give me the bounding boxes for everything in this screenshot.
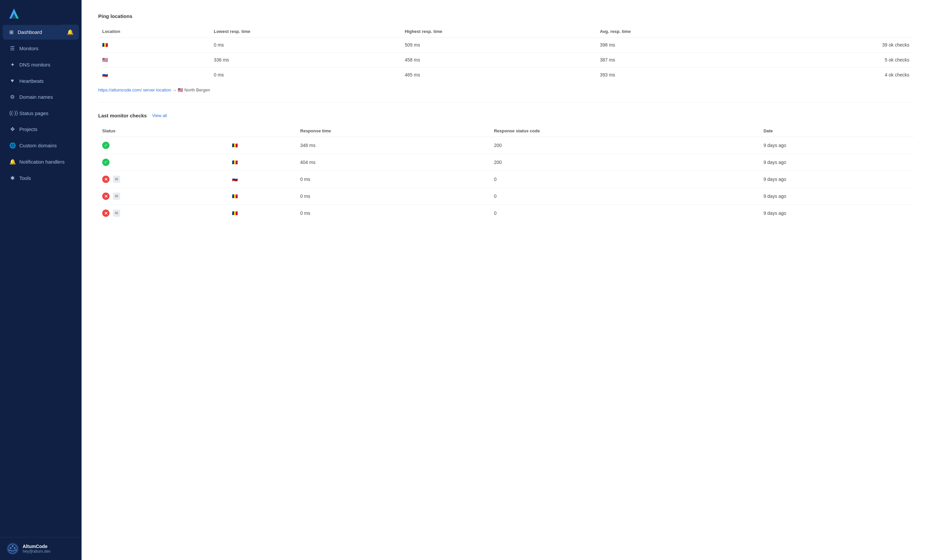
- bell-icon: 🔔: [9, 159, 15, 165]
- status-pages-label: Status pages: [19, 110, 49, 116]
- app-logo: [7, 6, 21, 21]
- ping-flag: 🇺🇸: [98, 52, 210, 68]
- check-status-code: 0: [490, 205, 759, 222]
- projects-label: Projects: [19, 126, 37, 132]
- view-all-link[interactable]: View all: [152, 113, 167, 118]
- check-status-code: 0: [490, 188, 759, 205]
- domain-names-label: Domain names: [19, 94, 53, 100]
- status-ok-icon: ✓: [102, 142, 109, 149]
- check-resp-time: 0 ms: [296, 205, 490, 222]
- sidebar-item-dashboard[interactable]: ⊞ Dashboard: [3, 25, 62, 40]
- check-status: ✕ ✉: [98, 188, 228, 205]
- ping-locations-table-wrapper: Location Lowest resp. time Highest resp.…: [98, 26, 913, 82]
- server-location-arrow: →: [172, 87, 178, 92]
- notification-bell-button[interactable]: 🔔: [62, 25, 79, 40]
- ping-flag: 🇷🇴: [98, 38, 210, 52]
- user-email: hey@altum.dev: [23, 549, 51, 554]
- ping-avg: 393 ms: [596, 68, 762, 83]
- check-row: ✓ 🇷🇴 404 ms 200 9 days ago: [98, 154, 913, 171]
- dns-icon: ✦: [9, 61, 15, 68]
- tools-label: Tools: [19, 175, 31, 181]
- sidebar-item-domain-names[interactable]: ⚙ Domain names: [3, 89, 79, 104]
- server-location-note: https://altumcode.com/ server location →…: [98, 87, 913, 92]
- dns-monitors-label: DNS monitors: [19, 62, 50, 68]
- globe-icon: 🌐: [9, 142, 15, 149]
- svg-point-7: [14, 547, 15, 549]
- sidebar-item-custom-domains[interactable]: 🌐 Custom domains: [3, 138, 79, 153]
- ping-checks: 5 ok checks: [762, 52, 913, 68]
- user-name: AltumCode: [23, 544, 51, 549]
- last-checks-section: Last monitor checks View all Status Resp…: [98, 113, 913, 221]
- check-resp-time: 0 ms: [296, 171, 490, 188]
- sidebar-item-tools[interactable]: ✱ Tools: [3, 170, 79, 186]
- check-status-code: 0: [490, 171, 759, 188]
- check-row: ✕ ✉ 🇷🇴 0 ms 0 9 days ago: [98, 205, 913, 222]
- check-status: ✕ ✉: [98, 205, 228, 222]
- ping-avg: 387 ms: [596, 52, 762, 68]
- check-status: ✓: [98, 137, 228, 154]
- projects-icon: ✥: [9, 126, 15, 132]
- sidebar-item-dns-monitors[interactable]: ✦ DNS monitors: [3, 57, 79, 72]
- check-flag: 🇷🇴: [228, 188, 296, 205]
- check-flag: 🇷🇺: [228, 171, 296, 188]
- check-date: 9 days ago: [759, 137, 913, 154]
- ping-lowest: 0 ms: [210, 68, 401, 83]
- check-status: ✕ ✉: [98, 171, 228, 188]
- notification-sent-icon: ✉: [113, 176, 120, 183]
- svg-point-9: [9, 550, 10, 551]
- user-details: AltumCode hey@altum.dev: [23, 544, 51, 554]
- svg-point-10: [15, 550, 17, 551]
- status-err-icon: ✕: [102, 210, 109, 217]
- col-avg-resp: Avg. resp. time: [596, 26, 762, 38]
- ping-lowest: 0 ms: [210, 38, 401, 52]
- sidebar-item-notification-handlers[interactable]: 🔔 Notification handlers: [3, 154, 79, 169]
- sidebar-item-projects[interactable]: ✥ Projects: [3, 122, 79, 137]
- col-date: Date: [759, 125, 913, 137]
- tools-icon: ✱: [9, 175, 15, 181]
- main-content: Ping locations Location Lowest resp. tim…: [82, 0, 930, 560]
- heartbeats-label: Heartbeats: [19, 78, 44, 84]
- sidebar-item-status-pages[interactable]: ((·)) Status pages: [3, 106, 79, 120]
- server-location-link[interactable]: https://altumcode.com/ server location: [98, 87, 171, 92]
- dashboard-nav-row: ⊞ Dashboard 🔔: [3, 25, 79, 40]
- sidebar-item-heartbeats[interactable]: ♥ Heartbeats: [3, 74, 79, 88]
- check-date: 9 days ago: [759, 171, 913, 188]
- check-resp-time: 348 ms: [296, 137, 490, 154]
- notification-sent-icon: ✉: [113, 210, 120, 217]
- grid-icon: ⊞: [9, 29, 14, 35]
- ping-checks: 4 ok checks: [762, 68, 913, 83]
- heart-icon: ♥: [9, 78, 15, 84]
- domain-icon: ⚙: [9, 94, 15, 100]
- server-location-flag: 🇺🇸: [178, 87, 183, 92]
- check-status: ✓: [98, 154, 228, 171]
- last-checks-table-wrapper: Status Response time Response status cod…: [98, 125, 913, 221]
- ping-highest: 509 ms: [401, 38, 596, 52]
- activity-icon: ☰: [9, 45, 15, 52]
- check-status-code: 200: [490, 154, 759, 171]
- avatar: [7, 543, 18, 555]
- notification-sent-icon: ✉: [113, 193, 120, 200]
- ping-highest: 458 ms: [401, 52, 596, 68]
- ping-checks: 39 ok checks: [762, 38, 913, 52]
- ping-locations-table: Location Lowest resp. time Highest resp.…: [98, 26, 913, 82]
- sidebar-item-monitors[interactable]: ☰ Monitors: [3, 41, 79, 56]
- svg-point-6: [10, 547, 11, 549]
- last-checks-header: Last monitor checks View all: [98, 113, 913, 118]
- check-row: ✕ ✉ 🇷🇺 0 ms 0 9 days ago: [98, 171, 913, 188]
- ping-locations-section: Ping locations Location Lowest resp. tim…: [98, 13, 913, 92]
- check-row: ✓ 🇷🇴 348 ms 200 9 days ago: [98, 137, 913, 154]
- check-resp-time: 404 ms: [296, 154, 490, 171]
- check-flag: 🇷🇴: [228, 154, 296, 171]
- user-profile[interactable]: AltumCode hey@altum.dev: [0, 537, 82, 560]
- notification-handlers-label: Notification handlers: [19, 159, 65, 165]
- check-resp-time: 0 ms: [296, 188, 490, 205]
- col-status: Status: [98, 125, 228, 137]
- check-date: 9 days ago: [759, 154, 913, 171]
- ping-locations-title: Ping locations: [98, 13, 913, 19]
- check-date: 9 days ago: [759, 188, 913, 205]
- col-response-time: Response time: [296, 125, 490, 137]
- custom-domains-label: Custom domains: [19, 143, 57, 148]
- ping-avg: 398 ms: [596, 38, 762, 52]
- status-ok-icon: ✓: [102, 159, 109, 166]
- status-err-icon: ✕: [102, 193, 109, 200]
